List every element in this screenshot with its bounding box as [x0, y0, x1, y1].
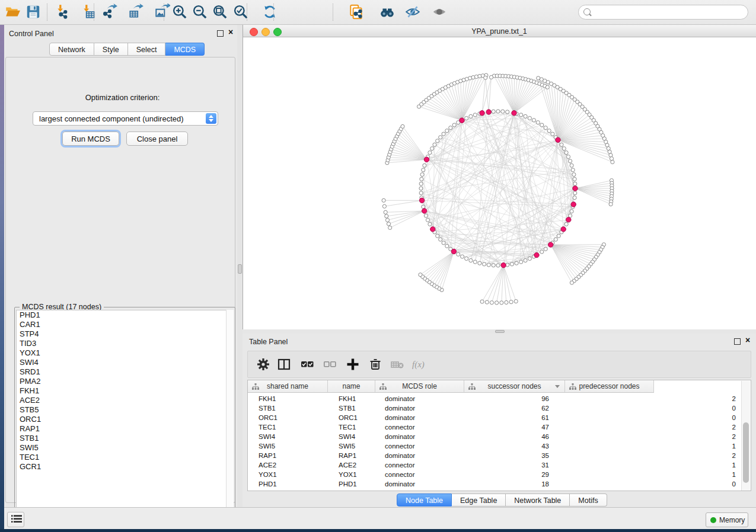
graph-node[interactable] [452, 123, 456, 127]
graph-node[interactable] [515, 261, 518, 265]
graph-node[interactable] [500, 301, 503, 305]
graph-node[interactable] [573, 191, 577, 195]
column-header-MCDS-role[interactable]: MCDS role [375, 380, 464, 393]
graph-node[interactable] [439, 136, 442, 139]
graph-node[interactable] [536, 121, 540, 124]
graph-node[interactable] [510, 262, 513, 266]
graph-node[interactable] [388, 226, 392, 229]
horizontal-splitter[interactable] [243, 329, 756, 334]
graph-node[interactable] [489, 75, 493, 79]
graph-node[interactable] [485, 300, 489, 304]
show-graphics-details-button[interactable] [430, 4, 448, 21]
refresh-layout-button[interactable] [261, 4, 279, 21]
graph-node[interactable] [610, 157, 613, 161]
graph-node[interactable] [544, 247, 547, 251]
graph-node[interactable] [572, 173, 576, 177]
mcds-result-item[interactable]: TID3 [17, 339, 232, 348]
export-image-button[interactable] [153, 4, 171, 21]
graph-node[interactable] [524, 114, 527, 118]
graph-hub-node[interactable] [573, 186, 578, 191]
graph-node[interactable] [423, 164, 426, 167]
graph-node[interactable] [573, 196, 576, 200]
graph-node[interactable] [609, 203, 613, 206]
table-row[interactable]: FKH1FKH1dominator962 [248, 394, 741, 403]
graph-node[interactable] [382, 204, 386, 208]
graph-node[interactable] [449, 126, 452, 130]
graph-node[interactable] [519, 260, 523, 264]
graph-node[interactable] [540, 123, 544, 127]
graph-node[interactable] [430, 147, 434, 150]
graph-node[interactable] [490, 301, 493, 305]
graph-node[interactable] [554, 238, 557, 241]
graph-node[interactable] [436, 139, 439, 143]
mcds-result-item[interactable]: STP4 [17, 329, 232, 339]
graph-node[interactable] [564, 222, 568, 226]
zoom-fit-button[interactable] [211, 4, 229, 21]
graph-node[interactable] [442, 132, 445, 136]
graph-node[interactable] [419, 191, 423, 195]
table-row[interactable]: STB1STB1dominator620 [248, 403, 741, 413]
graph-node[interactable] [492, 264, 495, 267]
graph-node[interactable] [492, 110, 495, 113]
graph-node[interactable] [566, 155, 570, 159]
graph-node[interactable] [442, 241, 445, 245]
network-view-canvas[interactable] [243, 37, 756, 329]
open-file-button[interactable] [4, 4, 21, 21]
graph-node[interactable] [573, 182, 577, 185]
graph-node[interactable] [420, 177, 423, 181]
graph-node[interactable] [428, 151, 432, 155]
graph-node[interactable] [428, 222, 432, 226]
search-input[interactable] [594, 7, 745, 19]
delete-column-button[interactable] [367, 357, 384, 373]
mcds-result-item[interactable]: RAP1 [17, 424, 232, 434]
graph-node[interactable] [487, 263, 490, 267]
criterion-select[interactable]: largest connected component (undirected) [33, 111, 218, 126]
graph-node[interactable] [384, 210, 387, 214]
mcds-result-item[interactable]: GCR1 [17, 462, 232, 472]
graph-node[interactable] [422, 205, 425, 209]
export-table-button[interactable] [127, 4, 145, 21]
graph-node[interactable] [560, 143, 563, 146]
splitter-grip-icon[interactable] [495, 330, 505, 333]
graph-hub-node[interactable] [424, 157, 429, 162]
mcds-result-item[interactable]: STB1 [17, 434, 232, 443]
clone-network-button[interactable] [347, 4, 365, 21]
tab-style[interactable]: Style [94, 43, 128, 56]
search-network-button[interactable] [378, 4, 396, 21]
graph-node[interactable] [509, 300, 513, 304]
graph-node[interactable] [519, 113, 523, 117]
graph-node[interactable] [546, 85, 549, 89]
graph-hub-node[interactable] [571, 202, 576, 207]
graph-node[interactable] [426, 218, 429, 222]
tab-network[interactable]: Network [49, 43, 94, 56]
graph-node[interactable] [495, 301, 499, 305]
graph-node[interactable] [570, 164, 573, 167]
close-panel-icon[interactable]: × [745, 337, 750, 343]
search-box[interactable] [578, 5, 748, 20]
tab-network-table[interactable]: Network Table [506, 493, 570, 507]
graph-node[interactable] [528, 116, 531, 120]
graph-node[interactable] [457, 252, 460, 256]
graph-hub-node[interactable] [512, 111, 516, 116]
graph-node[interactable] [419, 187, 423, 190]
graph-node[interactable] [465, 257, 468, 260]
graph-node[interactable] [532, 118, 535, 122]
graph-node[interactable] [570, 210, 573, 213]
graph-node[interactable] [387, 222, 390, 226]
table-row[interactable]: SWI5SWI5connector431 [248, 441, 741, 451]
mcds-result-item[interactable]: YOX1 [17, 348, 232, 358]
graph-node[interactable] [569, 159, 572, 163]
memory-button[interactable]: Memory [706, 512, 748, 527]
graph-node[interactable] [385, 218, 389, 222]
table-row[interactable]: YOX1YOX1connector291 [248, 470, 741, 479]
show-panels-list-button[interactable] [7, 512, 24, 527]
graph-node[interactable] [424, 214, 428, 217]
mcds-result-item[interactable]: FKH1 [17, 386, 232, 396]
table-row[interactable]: TEC1TEC1connector472 [248, 422, 741, 432]
graph-node[interactable] [484, 76, 487, 79]
zoom-in-button[interactable] [171, 4, 189, 21]
close-panel-icon[interactable]: × [228, 29, 233, 35]
graph-node[interactable] [465, 116, 468, 120]
graph-node[interactable] [611, 160, 614, 164]
graph-node[interactable] [609, 153, 613, 157]
